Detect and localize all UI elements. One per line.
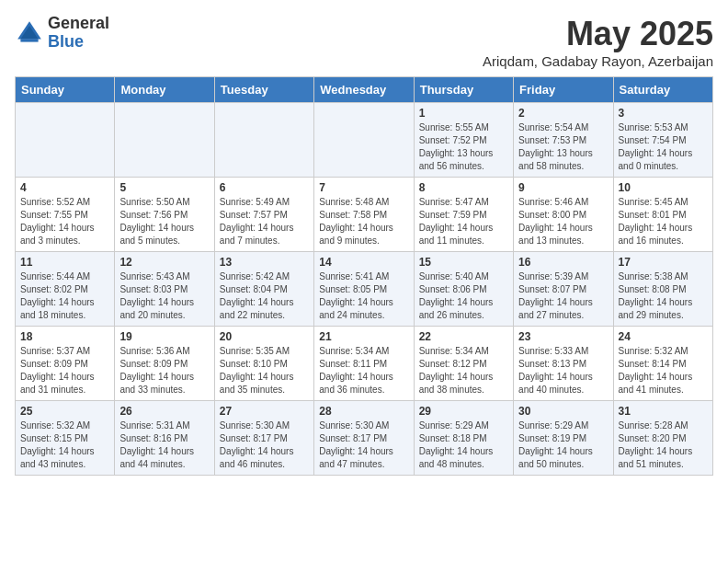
- day-info: Sunrise: 5:41 AM Sunset: 8:05 PM Dayligh…: [319, 270, 408, 322]
- day-info: Sunrise: 5:45 AM Sunset: 8:01 PM Dayligh…: [619, 196, 708, 247]
- header-day-friday: Friday: [514, 77, 613, 103]
- calendar-cell: 11Sunrise: 5:44 AM Sunset: 8:02 PM Dayli…: [16, 252, 115, 327]
- calendar-cell: [115, 103, 214, 178]
- calendar-week-4: 18Sunrise: 5:37 AM Sunset: 8:09 PM Dayli…: [16, 327, 713, 401]
- calendar-cell: 27Sunrise: 5:30 AM Sunset: 8:17 PM Dayli…: [214, 401, 313, 476]
- calendar-cell: 31Sunrise: 5:28 AM Sunset: 8:20 PM Dayli…: [613, 401, 712, 476]
- calendar-cell: 26Sunrise: 5:31 AM Sunset: 8:16 PM Dayli…: [115, 401, 214, 476]
- day-number: 23: [518, 330, 608, 343]
- day-number: 28: [319, 405, 408, 418]
- day-number: 7: [319, 181, 408, 194]
- day-info: Sunrise: 5:32 AM Sunset: 8:14 PM Dayligh…: [619, 345, 708, 396]
- logo-icon: [15, 18, 44, 48]
- calendar-cell: 29Sunrise: 5:29 AM Sunset: 8:18 PM Dayli…: [414, 401, 513, 476]
- title-block: May 2025 Ariqdam, Gadabay Rayon, Azerbai…: [483, 15, 713, 69]
- day-info: Sunrise: 5:34 AM Sunset: 8:12 PM Dayligh…: [419, 345, 508, 396]
- day-info: Sunrise: 5:40 AM Sunset: 8:06 PM Dayligh…: [419, 270, 508, 322]
- day-number: 11: [20, 256, 109, 269]
- day-info: Sunrise: 5:53 AM Sunset: 7:54 PM Dayligh…: [619, 121, 708, 173]
- day-number: 6: [220, 181, 309, 194]
- calendar-cell: 9Sunrise: 5:46 AM Sunset: 8:00 PM Daylig…: [514, 178, 613, 252]
- day-number: 13: [220, 256, 309, 269]
- header-row: SundayMondayTuesdayWednesdayThursdayFrid…: [16, 77, 713, 103]
- day-info: Sunrise: 5:48 AM Sunset: 7:58 PM Dayligh…: [319, 196, 408, 247]
- day-number: 9: [518, 181, 608, 194]
- logo: General Blue: [15, 15, 109, 52]
- logo-blue: Blue: [48, 33, 109, 52]
- calendar-cell: [214, 103, 313, 178]
- calendar-cell: 17Sunrise: 5:38 AM Sunset: 8:08 PM Dayli…: [613, 252, 712, 327]
- day-number: 4: [20, 181, 109, 194]
- day-number: 31: [619, 405, 708, 418]
- location-title: Ariqdam, Gadabay Rayon, Azerbaijan: [483, 53, 713, 69]
- calendar-header: SundayMondayTuesdayWednesdayThursdayFrid…: [16, 77, 713, 103]
- calendar-cell: 19Sunrise: 5:36 AM Sunset: 8:09 PM Dayli…: [115, 327, 214, 401]
- calendar-cell: 6Sunrise: 5:49 AM Sunset: 7:57 PM Daylig…: [214, 178, 313, 252]
- day-number: 5: [119, 181, 209, 194]
- day-number: 22: [419, 330, 508, 343]
- header-day-tuesday: Tuesday: [214, 77, 313, 103]
- day-number: 17: [619, 256, 708, 269]
- logo-general: General: [48, 15, 109, 33]
- day-info: Sunrise: 5:55 AM Sunset: 7:52 PM Dayligh…: [419, 121, 508, 173]
- header-day-wednesday: Wednesday: [314, 77, 414, 103]
- svg-rect-2: [20, 39, 38, 41]
- day-info: Sunrise: 5:49 AM Sunset: 7:57 PM Dayligh…: [220, 196, 309, 247]
- calendar-cell: 14Sunrise: 5:41 AM Sunset: 8:05 PM Dayli…: [314, 252, 414, 327]
- day-number: 10: [619, 181, 708, 194]
- calendar-cell: 18Sunrise: 5:37 AM Sunset: 8:09 PM Dayli…: [16, 327, 115, 401]
- calendar-body: 1Sunrise: 5:55 AM Sunset: 7:52 PM Daylig…: [16, 103, 713, 476]
- calendar-cell: 5Sunrise: 5:50 AM Sunset: 7:56 PM Daylig…: [115, 178, 214, 252]
- day-info: Sunrise: 5:36 AM Sunset: 8:09 PM Dayligh…: [119, 345, 209, 396]
- calendar-cell: [314, 103, 414, 178]
- page-header: General Blue May 2025 Ariqdam, Gadabay R…: [15, 15, 713, 69]
- calendar-cell: 13Sunrise: 5:42 AM Sunset: 8:04 PM Dayli…: [214, 252, 313, 327]
- day-info: Sunrise: 5:42 AM Sunset: 8:04 PM Dayligh…: [220, 270, 309, 322]
- calendar-week-5: 25Sunrise: 5:32 AM Sunset: 8:15 PM Dayli…: [16, 401, 713, 476]
- logo-text: General Blue: [48, 15, 109, 52]
- day-number: 21: [319, 330, 408, 343]
- day-info: Sunrise: 5:47 AM Sunset: 7:59 PM Dayligh…: [419, 196, 508, 247]
- calendar-cell: 20Sunrise: 5:35 AM Sunset: 8:10 PM Dayli…: [214, 327, 313, 401]
- day-number: 14: [319, 256, 408, 269]
- day-info: Sunrise: 5:30 AM Sunset: 8:17 PM Dayligh…: [220, 419, 309, 471]
- day-number: 25: [20, 405, 109, 418]
- calendar-cell: 15Sunrise: 5:40 AM Sunset: 8:06 PM Dayli…: [414, 252, 513, 327]
- day-info: Sunrise: 5:28 AM Sunset: 8:20 PM Dayligh…: [619, 419, 708, 471]
- day-number: 2: [518, 107, 608, 120]
- day-info: Sunrise: 5:29 AM Sunset: 8:19 PM Dayligh…: [518, 419, 608, 471]
- day-info: Sunrise: 5:34 AM Sunset: 8:11 PM Dayligh…: [319, 345, 408, 396]
- day-number: 3: [619, 107, 708, 120]
- day-number: 29: [419, 405, 508, 418]
- calendar-cell: 23Sunrise: 5:33 AM Sunset: 8:13 PM Dayli…: [514, 327, 613, 401]
- calendar-cell: 12Sunrise: 5:43 AM Sunset: 8:03 PM Dayli…: [115, 252, 214, 327]
- day-number: 8: [419, 181, 508, 194]
- day-number: 18: [20, 330, 109, 343]
- day-info: Sunrise: 5:37 AM Sunset: 8:09 PM Dayligh…: [20, 345, 109, 396]
- day-info: Sunrise: 5:29 AM Sunset: 8:18 PM Dayligh…: [419, 419, 508, 471]
- header-day-saturday: Saturday: [613, 77, 712, 103]
- calendar-cell: 2Sunrise: 5:54 AM Sunset: 7:53 PM Daylig…: [514, 103, 613, 178]
- day-number: 27: [220, 405, 309, 418]
- calendar-week-2: 4Sunrise: 5:52 AM Sunset: 7:55 PM Daylig…: [16, 178, 713, 252]
- calendar-cell: 21Sunrise: 5:34 AM Sunset: 8:11 PM Dayli…: [314, 327, 414, 401]
- day-number: 20: [220, 330, 309, 343]
- day-info: Sunrise: 5:46 AM Sunset: 8:00 PM Dayligh…: [518, 196, 608, 247]
- calendar-cell: 1Sunrise: 5:55 AM Sunset: 7:52 PM Daylig…: [414, 103, 513, 178]
- calendar-table: SundayMondayTuesdayWednesdayThursdayFrid…: [15, 76, 713, 476]
- header-day-sunday: Sunday: [16, 77, 115, 103]
- calendar-cell: 24Sunrise: 5:32 AM Sunset: 8:14 PM Dayli…: [613, 327, 712, 401]
- day-number: 15: [419, 256, 508, 269]
- calendar-cell: 7Sunrise: 5:48 AM Sunset: 7:58 PM Daylig…: [314, 178, 414, 252]
- day-number: 19: [119, 330, 209, 343]
- calendar-cell: 10Sunrise: 5:45 AM Sunset: 8:01 PM Dayli…: [613, 178, 712, 252]
- day-info: Sunrise: 5:39 AM Sunset: 8:07 PM Dayligh…: [518, 270, 608, 322]
- day-number: 24: [619, 330, 708, 343]
- month-year-title: May 2025: [483, 15, 713, 53]
- calendar-cell: 16Sunrise: 5:39 AM Sunset: 8:07 PM Dayli…: [514, 252, 613, 327]
- day-info: Sunrise: 5:54 AM Sunset: 7:53 PM Dayligh…: [518, 121, 608, 173]
- day-info: Sunrise: 5:44 AM Sunset: 8:02 PM Dayligh…: [20, 270, 109, 322]
- header-day-thursday: Thursday: [414, 77, 513, 103]
- calendar-cell: 3Sunrise: 5:53 AM Sunset: 7:54 PM Daylig…: [613, 103, 712, 178]
- calendar-week-1: 1Sunrise: 5:55 AM Sunset: 7:52 PM Daylig…: [16, 103, 713, 178]
